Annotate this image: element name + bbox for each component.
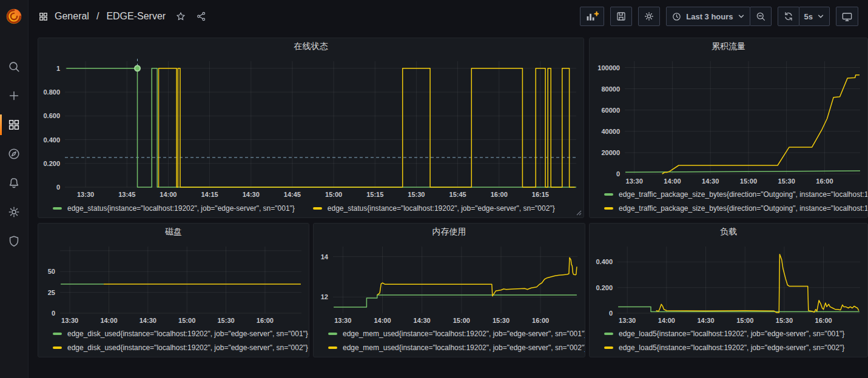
breadcrumb-dashboard-name[interactable]: EDGE-Server: [106, 11, 166, 22]
y-axis-tick-label: 0.400: [596, 258, 613, 265]
y-axis-tick-label: 80000: [601, 85, 620, 93]
plus-icon: [7, 89, 21, 102]
chevron-down-icon: [817, 13, 824, 20]
time-picker-group: Last 3 hours: [666, 7, 771, 26]
star-dashboard-button[interactable]: [175, 11, 186, 22]
annotation-marker[interactable]: [135, 65, 140, 71]
legend-item[interactable]: edge_traffic_package_size_bytes{directio…: [604, 201, 867, 215]
legend-item[interactable]: edge_status{instance="localhost:19202", …: [313, 204, 555, 213]
x-axis-tick-label: 15:00: [736, 317, 753, 324]
x-axis-tick-label: 14:30: [414, 317, 431, 324]
panel-title[interactable]: 负载: [590, 224, 867, 240]
legend-item[interactable]: edge_status{instance="localhost:19202", …: [53, 204, 295, 213]
gear-icon: [7, 205, 21, 219]
y-axis-tick-label: 20000: [601, 149, 620, 156]
legend-item[interactable]: edge_mem_used{instance="localhost:19202"…: [328, 340, 585, 354]
legend-item[interactable]: edge_load5{instance="localhost:19202", j…: [604, 327, 867, 340]
x-axis-tick-label: 14:30: [697, 317, 714, 324]
x-axis-tick-label: 15:00: [325, 191, 342, 198]
dashboard-settings-button[interactable]: [638, 7, 660, 26]
sidebar-item-configuration[interactable]: [0, 197, 28, 227]
legend-label: edge_traffic_package_size_bytes{directio…: [619, 204, 867, 213]
legend-item[interactable]: edge_traffic_package_size_bytes{directio…: [604, 187, 867, 201]
disk-chart[interactable]: 13:3014:0014:3015:0015:3016:0002550: [38, 240, 309, 327]
online-status-svg: 13:3013:4514:0014:1514:3014:4515:0015:15…: [38, 55, 584, 201]
search-icon: [7, 60, 21, 73]
refresh-interval-label: 5s: [804, 12, 813, 21]
x-axis-tick-label: 15:30: [493, 317, 510, 324]
legend-item[interactable]: edge_disk_used{instance="localhost:19202…: [53, 340, 309, 354]
sidebar-item-search[interactable]: [0, 52, 28, 81]
topbar-actions: Last 3 hours 5s: [580, 7, 858, 26]
legend-label: edge_mem_used{instance="localhost:19202"…: [343, 343, 585, 352]
legend-swatch: [53, 333, 62, 335]
sidebar-item-explore[interactable]: [0, 139, 28, 168]
x-axis-tick-label: 16:00: [815, 317, 832, 324]
legend-item[interactable]: edge_disk_used{instance="localhost:19202…: [53, 327, 309, 340]
x-axis-tick-label: 14:30: [243, 191, 260, 198]
time-range-picker[interactable]: Last 3 hours: [666, 7, 750, 26]
sidebar-item-alerting[interactable]: [0, 168, 28, 197]
series-line-sn-001[interactable]: [66, 68, 576, 187]
legend-swatch: [604, 207, 613, 210]
breadcrumb-folder[interactable]: General: [55, 11, 89, 22]
panel-resize-handle[interactable]: [576, 210, 582, 216]
y-axis-tick-label: 0: [616, 170, 620, 177]
series-line-sn-002[interactable]: [656, 254, 859, 313]
legend: edge_load5{instance="localhost:19202", j…: [590, 327, 867, 354]
sidebar-item-create[interactable]: [0, 81, 28, 110]
x-axis-tick-label: 13:30: [626, 177, 643, 185]
x-axis-tick-label: 15:30: [408, 191, 425, 198]
sidebar-item-dashboards[interactable]: [0, 110, 28, 139]
panel-title[interactable]: 内存使用: [314, 224, 585, 240]
compass-icon: [7, 147, 21, 161]
panel-title[interactable]: 在线状态: [38, 38, 584, 55]
memory-usage-svg: 13:3014:0014:3015:0015:3016:001214: [314, 240, 585, 327]
panel-cumulative-traffic: 累积流量 13:3014:0014:3015:0015:3016:0002000…: [589, 38, 868, 218]
x-axis-tick-label: 14:30: [140, 317, 156, 324]
save-dashboard-button[interactable]: [610, 7, 632, 26]
x-axis-tick-label: 14:00: [658, 317, 675, 324]
x-axis-tick-label: 16:00: [257, 317, 274, 324]
chevron-down-icon: [738, 13, 745, 20]
x-axis-tick-label: 14:30: [702, 177, 719, 185]
x-axis-tick-label: 13:30: [334, 317, 351, 324]
y-axis-tick-label: 100000: [597, 64, 620, 71]
gear-icon: [644, 11, 654, 22]
legend-item[interactable]: edge_load5{instance="localhost:19202", j…: [604, 340, 867, 354]
memory-usage-chart[interactable]: 13:3014:0014:3015:0015:3016:001214: [314, 240, 585, 327]
panel-title[interactable]: 累积流量: [590, 38, 867, 55]
grafana-logo[interactable]: [0, 0, 28, 33]
series-line-sn-002[interactable]: [377, 257, 577, 296]
cumulative-traffic-chart[interactable]: 13:3014:0014:3015:0015:3016:000200004000…: [590, 55, 867, 187]
x-axis-tick-label: 16:15: [532, 191, 549, 198]
x-axis-tick-label: 15:30: [778, 177, 795, 185]
sidebar-item-server-admin[interactable]: [0, 227, 28, 256]
x-axis-tick-label: 13:30: [77, 191, 94, 198]
add-panel-button[interactable]: [580, 7, 604, 26]
add-panel-icon: [585, 10, 599, 22]
series-line-sn-002[interactable]: [159, 68, 575, 187]
x-axis-tick-label: 15:15: [366, 191, 383, 198]
y-axis-tick-label: 0.800: [43, 88, 60, 96]
dashboard-grid-icon: [38, 12, 49, 22]
series-line-sn-002[interactable]: [662, 75, 860, 174]
y-axis-tick-label: 25: [48, 289, 55, 296]
grafana-flame-icon: [5, 7, 23, 25]
series-line-sn-001[interactable]: [625, 171, 860, 172]
x-axis-tick-label: 15:30: [217, 317, 234, 324]
load-chart[interactable]: 13:3014:0014:3015:0015:3016:0000.2000.40…: [590, 240, 867, 327]
share-dashboard-button[interactable]: [196, 11, 207, 22]
y-axis-tick-label: 50: [48, 268, 55, 275]
x-axis-tick-label: 15:00: [178, 317, 195, 324]
online-status-chart[interactable]: 13:3013:4514:0014:1514:3014:4515:0015:15…: [38, 55, 584, 201]
panel-title[interactable]: 磁盘: [38, 224, 309, 240]
zoom-out-time-button[interactable]: [750, 7, 772, 26]
x-axis-tick-label: 13:45: [118, 191, 135, 198]
x-axis-tick-label: 15:00: [740, 177, 757, 185]
cycle-view-mode-button[interactable]: [836, 7, 858, 26]
refresh-button[interactable]: [778, 7, 799, 26]
refresh-interval-picker[interactable]: 5s: [799, 7, 830, 26]
legend-swatch: [604, 193, 613, 196]
legend-item[interactable]: edge_mem_used{instance="localhost:19202"…: [328, 327, 585, 340]
